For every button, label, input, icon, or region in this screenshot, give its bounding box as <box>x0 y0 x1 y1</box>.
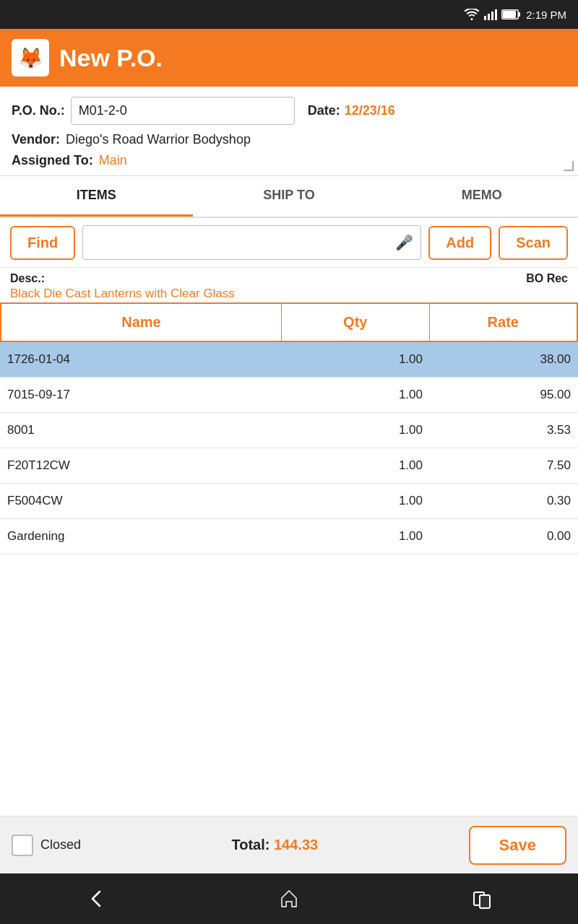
closed-checkbox[interactable] <box>12 834 33 856</box>
assigned-value: Main <box>99 153 127 168</box>
svg-rect-3 <box>495 9 497 20</box>
items-toolbar: Find 🎤 Add Scan <box>0 218 578 268</box>
cell-qty: 1.00 <box>282 519 430 554</box>
find-button[interactable]: Find <box>10 226 75 260</box>
home-icon <box>278 888 300 910</box>
col-header-name: Name <box>1 304 282 341</box>
app-logo: 🦊 <box>12 39 49 77</box>
svg-rect-0 <box>484 16 486 20</box>
table-row[interactable]: 1726-01-04 1.00 38.00 <box>0 342 578 378</box>
app-title: New P.O. <box>59 44 163 72</box>
table-row[interactable]: F20T12CW 1.00 7.50 <box>0 448 578 484</box>
po-number-label: P.O. No.: <box>12 103 65 118</box>
cell-qty: 1.00 <box>282 448 430 483</box>
svg-rect-8 <box>480 895 490 908</box>
col-header-qty: Qty <box>282 304 430 341</box>
total-label: Total: <box>231 837 269 853</box>
items-table: Name Qty Rate 1726-01-04 1.00 38.00 7015… <box>0 302 578 816</box>
svg-rect-5 <box>519 12 521 17</box>
vendor-row: Vendor: Diego's Road Warrior Bodyshop <box>12 132 566 147</box>
cell-name: 8001 <box>0 413 282 448</box>
status-bar: 2:19 PM <box>0 0 578 29</box>
date-label: Date: <box>308 103 340 118</box>
desc-label: Desc.: <box>10 272 45 285</box>
date-value: 12/23/16 <box>345 103 395 118</box>
tab-items[interactable]: ITEMS <box>0 176 193 217</box>
cell-rate: 0.30 <box>430 484 578 518</box>
add-button[interactable]: Add <box>428 226 491 260</box>
total-section: Total: 144.33 <box>92 837 457 853</box>
svg-rect-2 <box>491 12 493 20</box>
table-row[interactable]: 8001 1.00 3.53 <box>0 413 578 448</box>
cell-rate: 3.53 <box>430 413 578 448</box>
table-body: 1726-01-04 1.00 38.00 7015-09-17 1.00 95… <box>0 342 578 554</box>
cell-name: F20T12CW <box>0 448 282 483</box>
recents-icon <box>471 888 493 910</box>
microphone-icon[interactable]: 🎤 <box>395 234 413 251</box>
cell-name: 7015-09-17 <box>0 378 282 412</box>
table-row[interactable]: Gardening 1.00 0.00 <box>0 519 578 554</box>
wifi-icon <box>464 9 480 20</box>
back-icon <box>85 888 107 910</box>
table-header: Name Qty Rate <box>0 302 578 342</box>
resize-handle <box>564 161 574 171</box>
back-button[interactable] <box>74 877 118 920</box>
status-icons <box>464 9 520 20</box>
cell-rate: 95.00 <box>430 378 578 412</box>
home-button[interactable] <box>267 877 311 920</box>
tab-memo[interactable]: MEMO <box>385 176 578 217</box>
save-button[interactable]: Save <box>469 826 566 865</box>
cell-qty: 1.00 <box>282 413 430 448</box>
search-input[interactable] <box>90 235 395 250</box>
scan-button[interactable]: Scan <box>499 226 568 260</box>
assigned-row: Assigned To: Main <box>12 153 566 168</box>
footer: Closed Total: 144.33 Save <box>0 816 578 873</box>
cell-name: F5004CW <box>0 484 282 518</box>
col-header-rate: Rate <box>430 304 577 341</box>
cell-name: 1726-01-04 <box>0 342 282 377</box>
vendor-label: Vendor: <box>12 132 60 147</box>
table-row[interactable]: F5004CW 1.00 0.30 <box>0 484 578 519</box>
signal-icon <box>484 9 497 20</box>
cell-rate: 7.50 <box>430 448 578 483</box>
search-wrap[interactable]: 🎤 <box>82 225 421 260</box>
battery-icon <box>501 9 520 19</box>
svg-rect-1 <box>488 14 490 20</box>
svg-rect-6 <box>503 11 516 18</box>
closed-checkbox-wrap: Closed <box>12 834 81 856</box>
vendor-value: Diego's Road Warrior Bodyshop <box>66 132 251 147</box>
cell-qty: 1.00 <box>282 378 430 412</box>
po-form: P.O. No.: Date: 12/23/16 Vendor: Diego's… <box>0 87 578 176</box>
cell-qty: 1.00 <box>282 342 430 377</box>
app-header: 🦊 New P.O. <box>0 29 578 87</box>
nav-bar <box>0 873 578 924</box>
cell-name: Gardening <box>0 519 282 554</box>
desc-section: Desc.: BO Rec Black Die Cast Lanterns wi… <box>0 268 578 302</box>
desc-value: Black Die Cast Lanterns with Clear Glass <box>10 287 568 301</box>
bo-rec-label: BO Rec <box>526 272 568 285</box>
tab-bar: ITEMS SHIP TO MEMO <box>0 176 578 218</box>
cell-rate: 38.00 <box>430 342 578 377</box>
po-number-input[interactable] <box>71 97 295 125</box>
tab-ship-to[interactable]: SHIP TO <box>193 176 386 217</box>
closed-label: Closed <box>40 837 81 853</box>
recents-button[interactable] <box>460 877 504 920</box>
total-value: 144.33 <box>274 837 318 853</box>
status-time: 2:19 PM <box>526 9 566 21</box>
assigned-label: Assigned To: <box>12 153 93 168</box>
po-number-row: P.O. No.: Date: 12/23/16 <box>12 97 566 125</box>
cell-rate: 0.00 <box>430 519 578 554</box>
table-row[interactable]: 7015-09-17 1.00 95.00 <box>0 378 578 413</box>
cell-qty: 1.00 <box>282 484 430 518</box>
